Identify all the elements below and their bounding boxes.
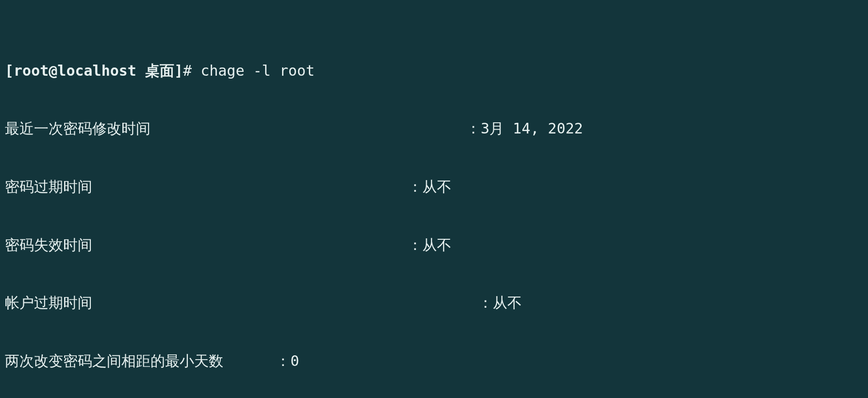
- output-row: 帐户过期时间 ：从不: [5, 293, 863, 313]
- output-row: 最近一次密码修改时间 ：3月 14, 2022: [5, 119, 863, 138]
- output-row: 两次改变密码之间相距的最小天数 ：0: [5, 351, 863, 371]
- prompt-cwd: 桌面: [136, 62, 174, 79]
- output-row: 密码过期时间 ：从不: [5, 177, 863, 197]
- terminal-window[interactable]: [root@localhost 桌面]# chage -l root 最近一次密…: [0, 0, 868, 398]
- output-row: 密码失效时间 ：从不: [5, 235, 863, 255]
- command-text: chage -l root: [200, 62, 315, 79]
- prompt-open: [: [5, 62, 14, 79]
- prompt-user: root@localhost: [14, 62, 136, 79]
- prompt-symbol: #: [183, 62, 200, 79]
- prompt-line[interactable]: [root@localhost 桌面]# chage -l root: [5, 61, 863, 81]
- prompt-close: ]: [174, 62, 183, 79]
